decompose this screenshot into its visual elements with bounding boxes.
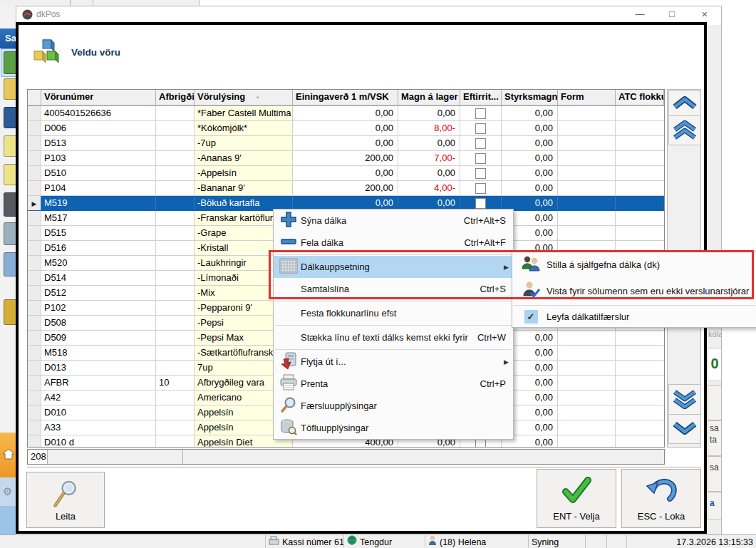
header-atc-flokkun[interactable]: ATC flokku [616, 90, 664, 105]
header-magn-a-lager[interactable]: Magn á lager [398, 90, 460, 105]
menu-item-label: Dálkauppsetning [301, 262, 370, 272]
menu-item-festa-flokkunarlinu[interactable]: Festa flokkunarlínu efst [274, 302, 513, 324]
cell-afbrigdi [156, 256, 195, 271]
cell-atc [616, 121, 664, 136]
row-indicator: ▶ [28, 196, 41, 211]
cell-vorunumer: D010 [41, 405, 156, 420]
eftirrit-checkbox[interactable] [475, 108, 486, 119]
table-row[interactable]: D006*Kókómjólk*0,008,00-0,00 [28, 121, 664, 136]
header-vorunumer[interactable]: Vörunúmer [41, 90, 156, 105]
chevron-down-icon [671, 422, 698, 435]
menu-item-label: Samtalslína [301, 284, 349, 294]
scroll-down-button[interactable] [668, 414, 701, 444]
right-panel-button[interactable]: sa [708, 456, 722, 492]
cell-atc [616, 420, 664, 435]
sidebar-icon-5[interactable] [4, 192, 16, 217]
menu-item-flytja-ut-i[interactable]: Flytja út í...▶ [274, 351, 513, 373]
checked-checkbox-icon: ✓ [515, 310, 547, 324]
cell-afbrigdi [156, 166, 195, 181]
scroll-page-up-button[interactable] [668, 115, 701, 145]
select-button-label: ENT - Velja [537, 511, 616, 522]
menu-item-fela-dalka[interactable]: Fela dálkaCtrl+Alt+F [274, 232, 513, 254]
cell-vorunumer: D513 [41, 136, 156, 151]
menu-item-syna-dalka[interactable]: Sýna dálkaCtrl+Alt+S [274, 210, 513, 232]
minimize-button[interactable]: — [629, 6, 651, 22]
menu-item-tofluupplysingar[interactable]: Töfluupplýsingar [274, 417, 513, 439]
sidebar-icon-1[interactable] [4, 78, 16, 100]
menu-separator [275, 301, 512, 301]
table-row[interactable]: P103-Ananas 9'200,007,00-0,00 [28, 151, 664, 166]
menu-item-label: Sýna dálka [301, 215, 346, 226]
double-chevron-up-icon [671, 120, 698, 140]
table-row[interactable]: P104-Bananar 9'200,004,00-0,00 [28, 181, 664, 196]
right-panel-button[interactable]: a [708, 492, 722, 520]
eftirrit-checkbox[interactable] [475, 198, 486, 209]
table-row[interactable]: D510-Appelsín0,000,000,00 [28, 166, 664, 181]
cell-form [558, 136, 616, 151]
menu-item-label: Leyfa dálkatilfærslur [547, 311, 629, 322]
close-button[interactable]: × [694, 6, 715, 22]
cell-afbrigdi [156, 181, 195, 196]
sidebar-item-home[interactable] [0, 433, 16, 477]
table-row[interactable]: 4005401526636*Faber Castell Multima0,000… [28, 106, 664, 121]
row-indicator [28, 286, 41, 301]
menu-item-stilla-sjalfgefna-dalka[interactable]: Stilla á sjálfgefna dálka (dk) [512, 252, 756, 278]
menu-item-shortcut: Ctrl+S [480, 284, 509, 294]
header-eftirrit[interactable]: Eftirrit... [460, 90, 502, 105]
close-dialog-button-label: ESC - Loka [622, 511, 700, 522]
menu-item-dalkauppsetning[interactable]: Dálkauppsetning▶ [274, 256, 513, 278]
sidebar-icon-4[interactable] [4, 164, 16, 185]
cell-atc [616, 405, 664, 420]
table-row[interactable]: D513-7up0,000,000,00 [28, 136, 664, 151]
column-grid-icon [276, 258, 301, 276]
eftirrit-checkbox[interactable] [475, 168, 486, 179]
close-dialog-button[interactable]: ESC - Loka [621, 469, 701, 528]
header-styrksmagn[interactable]: Styrksmagn [502, 90, 558, 105]
menu-item-leyfa-dalkatilfaerslur[interactable]: ✓Leyfa dálkatilfærslur [512, 306, 756, 327]
scroll-up-button[interactable] [668, 91, 701, 116]
row-indicator [28, 331, 41, 346]
right-panel-value: 0 [708, 348, 722, 381]
menu-item-shortcut: Ctrl+W [477, 332, 509, 343]
header-afbrigdi[interactable]: Afbrigði [156, 90, 195, 105]
sidebar-icon-6[interactable] [4, 222, 16, 245]
sidebar-icon-2[interactable] [4, 107, 16, 128]
header-einingaverd[interactable]: Einingaverð 1 m/VSK [293, 90, 398, 105]
row-indicator [28, 151, 41, 166]
right-panel-button[interactable] [708, 385, 722, 420]
menu-item-faersluupplysingar[interactable]: Færsluupplýsingar [274, 395, 513, 417]
sidebar-icon-7[interactable] [4, 252, 16, 276]
menu-item-prenta[interactable]: PrentaCtrl+P [274, 373, 513, 395]
eftirrit-checkbox[interactable] [475, 123, 486, 134]
cell-styrksmagn: 0,00 [502, 136, 558, 151]
checked-checkbox-icon: ✓ [524, 310, 538, 324]
right-panel-button[interactable]: sa ta [708, 420, 722, 456]
status-bar: Kassi númer 61 Tengdur (18) Helena Synin… [0, 534, 756, 548]
cell-afbrigdi [156, 196, 195, 211]
maximize-button[interactable]: □ [661, 6, 683, 22]
eftirrit-checkbox[interactable] [475, 138, 486, 149]
eftirrit-checkbox[interactable] [475, 153, 486, 164]
header-vorulysing[interactable]: Vörulýsing▲ [195, 90, 293, 105]
menu-item-samtalslina[interactable]: SamtalslínaCtrl+S [274, 278, 513, 300]
menu-item-vista-fyrir-solumenn[interactable]: Vista fyrir sölumenn sem eru ekki verslu… [512, 278, 756, 304]
cell-styrksmagn: 0,00 [502, 166, 558, 181]
eftirrit-checkbox[interactable] [475, 183, 486, 194]
header-form[interactable]: Form [558, 90, 616, 105]
users-icon [515, 255, 547, 275]
search-button[interactable]: Leita [26, 472, 105, 528]
cell-vorunumer: D512 [41, 286, 156, 301]
cell-atc [616, 435, 664, 448]
cell-vorulysing: *Kókómjólk* [195, 121, 293, 136]
scroll-page-down-button[interactable] [668, 384, 701, 415]
select-button[interactable]: ENT - Velja [537, 469, 616, 528]
sidebar-icon-0[interactable] [4, 51, 16, 74]
cell-eftirrit [460, 166, 502, 181]
cell-einingaverd: 0,00 [293, 166, 398, 181]
sidebar-icon-8[interactable] [4, 299, 16, 325]
cell-magn-a-lager: 0,00 [398, 106, 460, 121]
sidebar-item-settings[interactable]: ⚙ [0, 477, 16, 506]
sidebar-icon-3[interactable] [4, 135, 16, 157]
menu-item-staekka-linu[interactable]: Stækka línu ef texti dálks kemst ekki fy… [274, 326, 513, 348]
menu-separator [275, 325, 512, 326]
